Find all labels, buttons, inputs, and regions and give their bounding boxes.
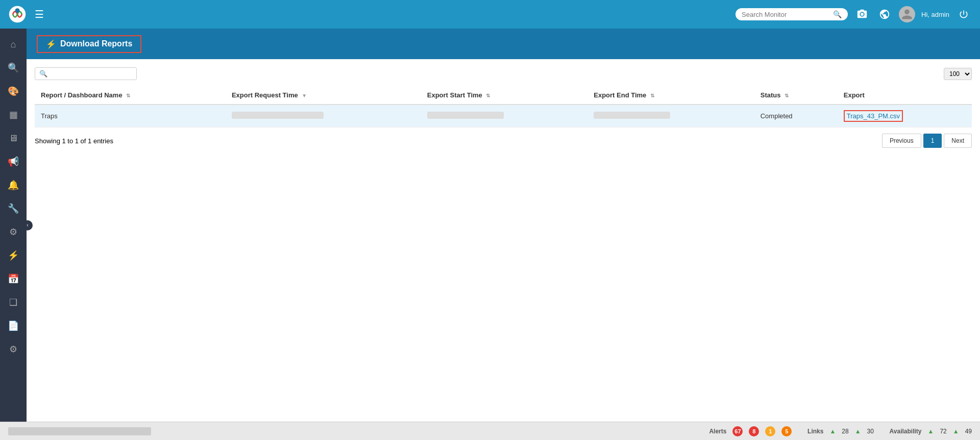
nav-right: 🔍 Hi, admin [736,6,972,22]
col-start-time[interactable]: Export Start Time ⇅ [421,86,588,105]
sidebar-item-settings[interactable]: ⚙ [0,338,27,361]
start-time-redacted [427,112,504,119]
end-time-redacted [594,112,670,119]
sidebar-item-monitor[interactable]: 🖥 [0,126,27,150]
table-area: 🔍 100 50 25 Report / Dashboard Nam [27,59,980,422]
page-title: Download Reports [60,39,132,48]
username-label: Hi, admin [921,11,949,18]
search-input[interactable] [742,11,833,18]
per-page-select[interactable]: 100 50 25 [944,68,972,80]
sidebar-item-bell[interactable]: 🔔 [0,173,27,197]
next-button[interactable]: Next [944,134,972,148]
top-navbar: ☰ 🔍 Hi, admin [0,0,980,29]
sidebar: ⌂ 🔍 🎨 ▦ 🖥 📢 🔔 🔧 ⚙ ⚡ 📅 ❑ 📄 ⚙ ‹ [0,29,27,422]
availability-label: Availability [890,428,922,435]
table-toolbar: 🔍 100 50 25 [35,67,972,80]
sidebar-item-layers[interactable]: ❑ [0,291,27,314]
reports-table: Report / Dashboard Name ⇅ Export Request… [35,86,972,127]
cell-end-time [587,105,754,127]
table-row: Traps Completed Traps_43_PM.csv [35,105,972,127]
page-header: ⚡ Download Reports [27,29,980,59]
links-label: Links [807,428,823,435]
cell-status: Completed [754,105,838,127]
links-up-count: 28 [842,428,848,435]
pagination-area: Showing 1 to 1 of 1 entries Previous 1 N… [35,127,972,150]
download-reports-icon: ⚡ [46,39,56,49]
request-time-redacted [232,112,324,119]
app-logo [8,5,27,23]
sidebar-item-calendar[interactable]: 📅 [0,267,27,291]
page-title-box: ⚡ Download Reports [37,35,141,53]
cell-request-time [226,105,421,127]
sidebar-item-wrench[interactable]: 🔧 [0,197,27,220]
sidebar-item-alerts[interactable]: 📢 [0,150,27,173]
previous-button[interactable]: Previous [882,134,921,148]
alert-badge-4: 5 [781,426,792,436]
col-end-time[interactable]: Export End Time ⇅ [587,86,754,105]
col-request-time[interactable]: Export Request Time ▼ [226,86,421,105]
availability-down-count: 49 [965,428,972,435]
availability-up-count: 72 [940,428,946,435]
alert-badge-3: 1 [765,426,775,436]
hamburger-menu[interactable]: ☰ [35,8,44,20]
col-export: Export [838,86,972,105]
sort-icon-name: ⇅ [126,93,130,98]
sort-icon-end: ⇅ [650,93,654,98]
table-search-box[interactable]: 🔍 [35,67,137,80]
sort-icon-status: ⇅ [785,93,789,98]
table-search-icon: 🔍 [39,70,47,77]
search-box[interactable]: 🔍 [736,8,848,20]
sidebar-item-search[interactable]: 🔍 [0,56,27,80]
links-up-icon: ▲ [829,428,836,435]
availability-down-icon: ▲ [953,428,959,435]
bottom-left [8,427,151,435]
alert-badge-1: 67 [732,426,743,436]
sidebar-item-palette[interactable]: 🎨 [0,80,27,103]
sort-icon-request: ▼ [302,93,307,98]
col-name[interactable]: Report / Dashboard Name ⇅ [35,86,226,105]
alert-badge-2: 8 [749,426,759,436]
table-search-input[interactable] [50,70,132,77]
power-icon[interactable] [955,6,972,22]
pagination-controls: Previous 1 Next [882,134,972,148]
bottom-right: Alerts 67 8 1 5 Links ▲ 28 ▲ 30 Availabi… [709,426,972,436]
page-1-button[interactable]: 1 [923,134,942,148]
sidebar-item-home[interactable]: ⌂ [0,33,27,56]
col-status[interactable]: Status ⇅ [754,86,838,105]
sidebar-collapse-button[interactable]: ‹ [22,220,33,230]
alerts-label: Alerts [709,428,726,435]
sidebar-item-lightning[interactable]: ⚡ [0,244,27,267]
links-down-count: 30 [867,428,874,435]
export-file-link[interactable]: Traps_43_PM.csv [844,110,903,122]
sort-icon-start: ⇅ [486,93,490,98]
cell-export[interactable]: Traps_43_PM.csv [838,105,972,127]
avatar[interactable] [899,6,915,22]
pagination-info: Showing 1 to 1 of 1 entries [35,137,113,145]
bottom-bar: Alerts 67 8 1 5 Links ▲ 28 ▲ 30 Availabi… [0,422,980,440]
cell-name: Traps [35,105,226,127]
sidebar-item-doc[interactable]: 📄 [0,314,27,338]
sidebar-item-grid[interactable]: ▦ [0,103,27,126]
per-page-dropdown[interactable]: 100 50 25 [944,68,972,80]
cell-start-time [421,105,588,127]
links-down-up-icon: ▲ [855,428,861,435]
lifebuoy-icon[interactable] [876,6,893,22]
availability-up-icon: ▲ [928,428,934,435]
camera-icon[interactable] [854,6,870,22]
content-area: ⚡ Download Reports 🔍 100 50 25 [27,29,980,422]
main-layout: ⌂ 🔍 🎨 ▦ 🖥 📢 🔔 🔧 ⚙ ⚡ 📅 ❑ 📄 ⚙ ‹ ⚡ Download… [0,29,980,422]
svg-point-1 [15,8,20,13]
search-icon: 🔍 [833,10,842,18]
bottom-left-bar [8,427,151,435]
